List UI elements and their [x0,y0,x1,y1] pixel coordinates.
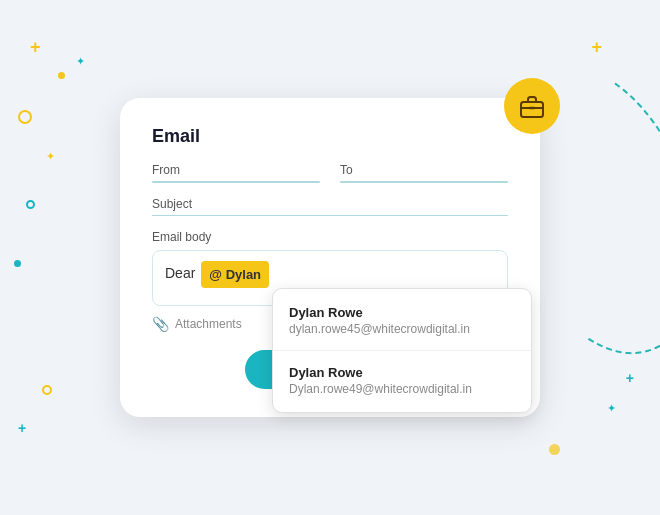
email-body-section: Email body Dear @ Dylan Dylan Rowe dylan… [152,230,508,306]
decor-dot-1 [58,72,65,79]
decor-dot-2 [14,260,21,267]
subject-label: Subject [152,197,508,211]
from-field[interactable]: From [152,163,320,183]
decor-circle-2 [26,200,35,209]
card-title: Email [152,126,508,147]
dropdown-item-1[interactable]: Dylan Rowe Dylan.rowe49@whitecrowdigital… [273,355,531,406]
decor-star-1: ✦ [76,55,85,68]
attachments-label: Attachments [175,317,242,331]
decor-plus-4: + [626,371,634,385]
mention-dropdown: Dylan Rowe dylan.rowe45@whitecrowdigital… [272,288,532,413]
from-underline [152,181,320,183]
to-label: To [340,163,508,177]
dropdown-divider [273,350,531,351]
decor-plus-2: + [591,38,602,56]
to-field[interactable]: To [340,163,508,183]
dear-text: Dear [165,261,195,286]
dropdown-email-1: Dylan.rowe49@whitecrowdigital.in [289,382,515,396]
decor-plus-3: + [18,421,26,435]
dropdown-item-0[interactable]: Dylan Rowe dylan.rowe45@whitecrowdigital… [273,295,531,346]
decor-circle-1 [18,110,32,124]
svg-rect-0 [521,102,543,117]
decor-star-3: ✦ [607,402,616,415]
subject-row[interactable]: Subject [152,197,508,217]
briefcase-icon [518,92,546,120]
to-underline [340,181,508,183]
email-card: Email From To Subject Email body Dear @ … [120,98,540,417]
decor-plus-1: + [30,38,41,56]
mention-tag[interactable]: @ Dylan [201,261,269,288]
from-label: From [152,163,320,177]
decor-star-2: ✦ [46,150,55,163]
dropdown-name-0: Dylan Rowe [289,305,515,320]
paperclip-icon: 📎 [152,316,169,332]
subject-underline [152,215,508,217]
email-body-container: Dear @ Dylan Dylan Rowe dylan.rowe45@whi… [152,250,508,306]
email-badge [504,78,560,134]
decor-circle-3 [42,385,52,395]
dropdown-name-1: Dylan Rowe [289,365,515,380]
from-to-row: From To [152,163,508,183]
dropdown-email-0: dylan.rowe45@whitecrowdigital.in [289,322,515,336]
email-body-label: Email body [152,230,508,244]
decor-dot-3 [549,444,560,455]
